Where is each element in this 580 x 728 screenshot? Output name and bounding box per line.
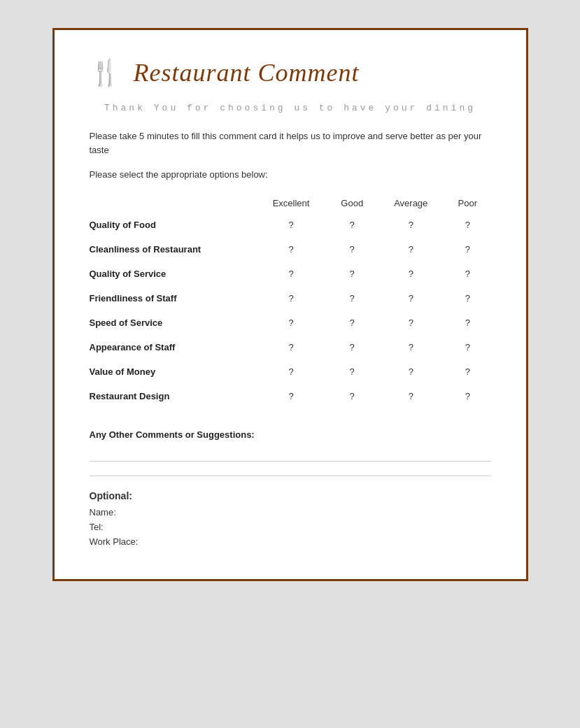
table-row: Friendliness of Staff????: [90, 286, 491, 311]
table-row: Quality of Food????: [90, 213, 491, 237]
col-excellent: Excellent: [255, 194, 327, 213]
col-average: Average: [378, 194, 444, 213]
radio-good[interactable]: ?: [327, 311, 378, 335]
radio-poor[interactable]: ?: [444, 286, 491, 311]
radio-excellent[interactable]: ?: [255, 262, 327, 286]
radio-excellent[interactable]: ?: [255, 335, 327, 359]
comments-section: Any Other Comments or Suggestions:: [90, 429, 491, 440]
radio-average[interactable]: ?: [378, 384, 444, 408]
radio-good[interactable]: ?: [327, 213, 378, 237]
optional-field: Work Place:: [90, 536, 491, 547]
radio-average[interactable]: ?: [378, 213, 444, 237]
radio-average[interactable]: ?: [378, 286, 444, 311]
instruction-text: Please select the appropriate options be…: [90, 169, 491, 180]
radio-good[interactable]: ?: [327, 286, 378, 311]
card-header: 🍴 Restaurant Comment: [90, 58, 491, 87]
col-label: [90, 194, 256, 213]
row-label: Speed of Service: [90, 311, 256, 335]
optional-title: Optional:: [90, 490, 491, 501]
radio-excellent[interactable]: ?: [255, 286, 327, 311]
table-row: Appearance of Staff????: [90, 335, 491, 359]
row-label: Quality of Service: [90, 262, 256, 286]
radio-average[interactable]: ?: [378, 335, 444, 359]
radio-average[interactable]: ?: [378, 311, 444, 335]
comment-card: 🍴 Restaurant Comment Thank You for choos…: [52, 28, 528, 581]
radio-poor[interactable]: ?: [444, 359, 491, 384]
radio-good[interactable]: ?: [327, 384, 378, 408]
radio-poor[interactable]: ?: [444, 262, 491, 286]
radio-excellent[interactable]: ?: [255, 237, 327, 262]
fork-knife-icon: 🍴: [90, 60, 121, 85]
divider: [90, 461, 491, 462]
radio-excellent[interactable]: ?: [255, 213, 327, 237]
radio-poor[interactable]: ?: [444, 311, 491, 335]
radio-excellent[interactable]: ?: [255, 311, 327, 335]
description-text: Please take 5 minutes to fill this comme…: [90, 129, 491, 159]
row-label: Cleanliness of Restaurant: [90, 237, 256, 262]
radio-excellent[interactable]: ?: [255, 359, 327, 384]
optional-section: Optional: Name:Tel:Work Place:: [90, 490, 491, 547]
table-row: Cleanliness of Restaurant????: [90, 237, 491, 262]
optional-field: Tel:: [90, 522, 491, 532]
table-row: Value of Money????: [90, 359, 491, 384]
radio-poor[interactable]: ?: [444, 335, 491, 359]
comments-label: Any Other Comments or Suggestions:: [90, 429, 491, 440]
thank-you-text: Thank You for choosing us to have your d…: [90, 101, 491, 115]
card-title: Restaurant Comment: [134, 58, 360, 87]
table-row: Quality of Service????: [90, 262, 491, 286]
row-label: Appearance of Staff: [90, 335, 256, 359]
radio-average[interactable]: ?: [378, 237, 444, 262]
radio-good[interactable]: ?: [327, 262, 378, 286]
col-poor: Poor: [444, 194, 491, 213]
divider-2: [90, 476, 491, 476]
radio-excellent[interactable]: ?: [255, 384, 327, 408]
radio-poor[interactable]: ?: [444, 213, 491, 237]
row-label: Restaurant Design: [90, 384, 256, 408]
radio-poor[interactable]: ?: [444, 237, 491, 262]
radio-average[interactable]: ?: [378, 262, 444, 286]
radio-good[interactable]: ?: [327, 359, 378, 384]
radio-poor[interactable]: ?: [444, 384, 491, 408]
table-row: Speed of Service????: [90, 311, 491, 335]
row-label: Quality of Food: [90, 213, 256, 237]
row-label: Value of Money: [90, 359, 256, 384]
radio-good[interactable]: ?: [327, 335, 378, 359]
radio-average[interactable]: ?: [378, 359, 444, 384]
table-row: Restaurant Design????: [90, 384, 491, 408]
col-good: Good: [327, 194, 378, 213]
optional-field: Name:: [90, 507, 491, 518]
radio-good[interactable]: ?: [327, 237, 378, 262]
row-label: Friendliness of Staff: [90, 286, 256, 311]
rating-table: Excellent Good Average Poor Quality of F…: [90, 194, 491, 408]
